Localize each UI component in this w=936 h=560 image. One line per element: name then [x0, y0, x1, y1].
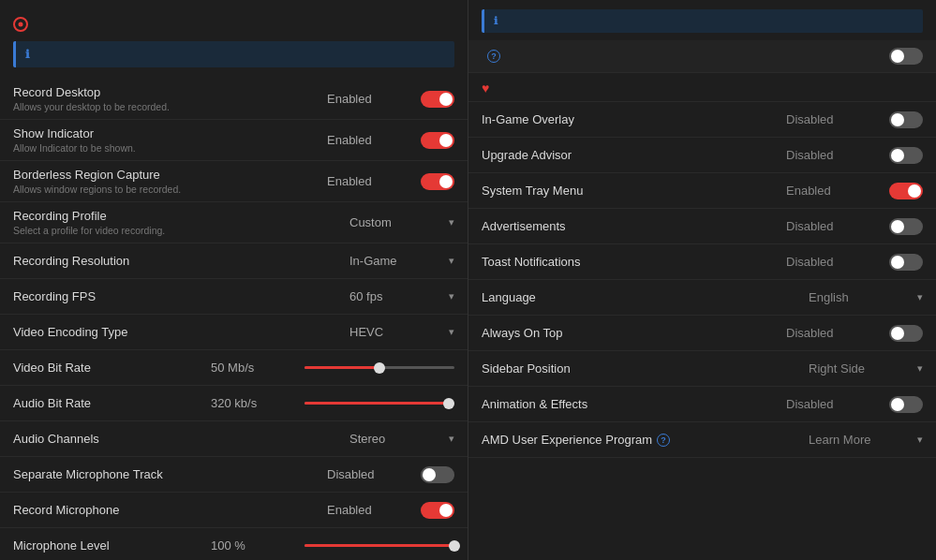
- borderless-region-label: Borderless Region CaptureAllows window r…: [13, 168, 327, 195]
- steamvr-toggle-knob: [891, 50, 904, 63]
- always-on-top-toggle[interactable]: [889, 325, 923, 342]
- animation-effects-label: Animation & Effects: [482, 397, 786, 411]
- advertisements-toggle[interactable]: [889, 218, 923, 235]
- steamvr-row: ?: [468, 40, 936, 73]
- right-panel: ℹ ? ♥ In-Game OverlayDisabledUpgrade Adv…: [468, 0, 936, 560]
- record-mic-label: Record Microphone: [13, 503, 327, 517]
- chevron-down-icon: ▾: [449, 255, 454, 267]
- system-tray-row: System Tray MenuEnabled: [468, 173, 936, 209]
- sidebar-position-row: Sidebar PositionRight Side▾: [468, 351, 936, 387]
- record-desktop-toggle[interactable]: [421, 91, 454, 108]
- toast-notifications-toggle-knob: [891, 256, 904, 269]
- recording-profile-value: Custom: [349, 215, 443, 229]
- video-encoding-dropdown[interactable]: HEVC▾: [349, 325, 454, 339]
- mic-level-label: Microphone Level: [13, 538, 211, 553]
- audio-bitrate-label: Audio Bit Rate: [13, 396, 211, 410]
- recording-fps-row: Recording FPS60 fps▾: [0, 279, 468, 315]
- show-indicator-toggle[interactable]: [421, 132, 454, 149]
- animation-effects-row: Animation & EffectsDisabled: [468, 387, 936, 422]
- amd-user-exp-info-icon[interactable]: ?: [657, 434, 670, 447]
- mic-level-row: Microphone Level100 %: [0, 528, 468, 560]
- advertisements-value: Disabled: [786, 219, 889, 233]
- upgrade-advisor-toggle[interactable]: [889, 147, 923, 164]
- upgrade-advisor-value: Disabled: [786, 148, 889, 162]
- video-encoding-value: HEVC: [349, 325, 443, 339]
- borderless-region-toggle[interactable]: [421, 173, 454, 190]
- recording-resolution-value: In-Game: [349, 254, 443, 268]
- audio-bitrate-slider-track: [305, 402, 454, 405]
- toast-notifications-toggle[interactable]: [889, 254, 923, 271]
- system-tray-value: Enabled: [786, 184, 889, 198]
- mic-level-value: 100 %: [211, 538, 305, 553]
- recording-profile-label: Recording ProfileSelect a profile for vi…: [13, 209, 349, 236]
- recording-resolution-dropdown[interactable]: In-Game▾: [349, 254, 454, 268]
- language-row: LanguageEnglish▾: [468, 280, 936, 316]
- video-bitrate-label: Video Bit Rate: [13, 361, 211, 375]
- recording-section-title: [0, 11, 468, 41]
- mic-level-slider-fill: [305, 544, 454, 547]
- record-desktop-sublabel: Allows your desktop to be recorded.: [13, 101, 327, 112]
- sidebar-position-value: Right Side: [809, 361, 912, 376]
- in-game-overlay-label: In-Game Overlay: [482, 112, 786, 126]
- chevron-down-icon: ▾: [449, 433, 454, 445]
- audio-bitrate-slider[interactable]: [305, 402, 454, 405]
- separate-mic-label: Separate Microphone Track: [13, 467, 327, 481]
- animation-effects-toggle[interactable]: [889, 396, 923, 413]
- borderless-region-row: Borderless Region CaptureAllows window r…: [0, 161, 468, 202]
- recording-profile-sublabel: Select a profile for video recording.: [13, 225, 349, 236]
- always-on-top-row: Always On TopDisabled: [468, 316, 936, 351]
- recording-profile-row: Recording ProfileSelect a profile for vi…: [0, 202, 468, 243]
- audio-bitrate-value: 320 kb/s: [211, 396, 305, 410]
- steamvr-toggle[interactable]: [889, 48, 923, 65]
- amd-user-exp-row: AMD User Experience Program?Learn More▾: [468, 422, 936, 458]
- audio-bitrate-slider-thumb[interactable]: [443, 398, 454, 409]
- recording-fps-dropdown[interactable]: 60 fps▾: [349, 289, 454, 303]
- record-mic-row: Record MicrophoneEnabled: [0, 493, 468, 528]
- info-icon: ℹ: [25, 49, 30, 60]
- left-panel: ℹ Record DesktopAllows your desktop to b…: [0, 0, 468, 560]
- audio-bitrate-slider-fill: [305, 402, 449, 405]
- video-bitrate-row: Video Bit Rate50 Mb/s: [0, 350, 468, 386]
- info-icon-right: ℹ: [494, 15, 498, 26]
- preferences-header: ♥: [468, 73, 936, 102]
- animation-effects-value: Disabled: [786, 397, 889, 411]
- audio-channels-dropdown[interactable]: Stereo▾: [349, 432, 454, 446]
- sidebar-position-label: Sidebar Position: [482, 361, 809, 376]
- video-bitrate-slider-thumb[interactable]: [374, 362, 385, 374]
- recording-resolution-row: Recording ResolutionIn-Game▾: [0, 243, 468, 279]
- steamvr-info-icon[interactable]: ?: [487, 50, 500, 63]
- mic-level-slider[interactable]: [305, 544, 454, 547]
- system-tray-label: System Tray Menu: [482, 184, 786, 198]
- video-encoding-label: Video Encoding Type: [13, 325, 349, 339]
- record-desktop-row: Record DesktopAllows your desktop to be …: [0, 79, 468, 120]
- recording-profile-dropdown[interactable]: Custom▾: [349, 215, 454, 229]
- recording-fps-value: 60 fps: [349, 289, 443, 303]
- video-bitrate-slider[interactable]: [305, 366, 454, 369]
- toast-notifications-value: Disabled: [786, 255, 889, 269]
- record-mic-value: Enabled: [327, 503, 421, 517]
- chevron-down-icon: ▾: [449, 326, 454, 338]
- heart-icon: ♥: [482, 81, 489, 96]
- recording-resolution-label: Recording Resolution: [13, 254, 349, 268]
- record-desktop-toggle-knob: [439, 93, 453, 106]
- borderless-region-sublabel: Allows window regions to be recorded.: [13, 184, 327, 195]
- toast-notifications-row: Toast NotificationsDisabled: [468, 244, 936, 280]
- always-on-top-toggle-knob: [891, 327, 904, 340]
- system-tray-toggle[interactable]: [889, 183, 923, 199]
- chevron-down-icon: ▾: [917, 434, 923, 446]
- in-game-overlay-value: Disabled: [786, 112, 889, 126]
- video-bitrate-slider-fill: [305, 366, 379, 369]
- in-game-overlay-row: In-Game OverlayDisabled: [468, 102, 936, 138]
- separate-mic-toggle[interactable]: [421, 466, 454, 483]
- mic-level-slider-thumb[interactable]: [449, 540, 460, 552]
- upgrade-advisor-label: Upgrade Advisor: [482, 148, 786, 162]
- upgrade-advisor-row: Upgrade AdvisorDisabled: [468, 138, 936, 173]
- borderless-region-value: Enabled: [327, 174, 421, 188]
- show-indicator-value: Enabled: [327, 133, 421, 147]
- separate-mic-row: Separate Microphone TrackDisabled: [0, 457, 468, 493]
- advertisements-label: Advertisements: [482, 219, 786, 233]
- record-mic-toggle[interactable]: [421, 502, 454, 519]
- in-game-overlay-toggle[interactable]: [889, 111, 923, 128]
- chevron-down-icon: ▾: [449, 216, 454, 228]
- animation-effects-toggle-knob: [891, 398, 904, 411]
